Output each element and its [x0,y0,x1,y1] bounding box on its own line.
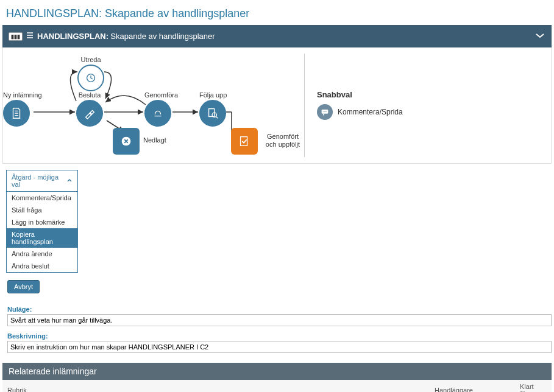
action-item-andra-arende[interactable]: Ändra ärende [7,248,77,260]
action-header-label: Åtgärd - möjliga val [12,173,66,188]
col-handlaggare[interactable]: Handläggare [430,380,515,392]
workflow-area: Ny inlämning Utreda Besluta Genomföra Fö [2,47,552,164]
collapse-icon[interactable] [534,30,545,43]
action-item-andra-beslut[interactable]: Ändra beslut [7,260,77,272]
workflow-node-genomfort[interactable]: Genomfört och uppföljt [231,128,258,155]
magnify-document-icon [199,100,226,127]
quick-select-title: Snabbval [317,90,551,99]
workflow-node-besluta[interactable]: Besluta [76,91,103,127]
page-title-prefix: HANDLINGSPLAN: [6,7,102,19]
nulage-input[interactable] [7,314,552,326]
panel-type-badge: ▮▮▮ [9,32,23,41]
col-klart[interactable]: Klart före [515,380,552,392]
quick-item-kommentera[interactable]: Kommentera/Sprida [317,104,551,120]
workflow-label: Genomföra [144,91,178,99]
related-header: Relaterade inlämningar [2,363,552,380]
workflow-node-nedlagt[interactable]: Nedlagt [113,128,140,155]
panel-title-rest: Skapande av handlingsplaner [110,32,215,41]
workflow-label: Ny inlämning [3,91,42,99]
document-icon [3,100,30,127]
workflow-label: Nedlagt [143,136,166,144]
workflow-node-genomfora[interactable]: Genomföra [144,91,178,127]
svg-rect-11 [241,137,247,146]
hamburger-icon[interactable] [26,32,34,41]
svg-point-14 [324,111,325,112]
svg-point-13 [323,111,324,112]
workflow-label: Utreda [77,56,104,63]
svg-point-15 [325,111,326,112]
action-dropdown: Åtgärd - möjliga val Kommentera/Sprida S… [6,170,78,273]
workflow-node-folja-upp[interactable]: Följa upp [199,91,227,127]
check-document-icon [231,128,258,155]
investigate-icon [77,65,104,91]
chevron-up-icon [66,177,73,184]
action-item-kopiera[interactable]: Kopiera handlingsplan [7,228,77,248]
beskrivning-label: Beskrivning: [2,330,552,340]
cancel-icon [113,128,140,155]
action-item-bokmarke[interactable]: Lägg in bokmärke [7,216,77,228]
page-title: HANDLINGSPLAN: Skapande av handlingsplan… [0,0,554,25]
workflow-label: Genomfört och uppföljt [261,133,304,149]
panel-title-prefix: HANDLINGSPLAN: [37,32,108,41]
comment-icon [317,104,333,120]
workflow-node-utreda[interactable]: Utreda [77,56,104,91]
gavel-icon [76,100,103,127]
related-table: Rubrik Handläggare Klart före ▮▮▮ ✔ Se ö… [2,380,552,392]
quick-item-label: Kommentera/Sprida [338,108,403,116]
workflow-diagram: Ny inlämning Utreda Besluta Genomföra Fö [3,54,305,157]
workflow-node-ny-inlamning[interactable]: Ny inlämning [3,91,42,127]
col-rubrik[interactable]: Rubrik [2,380,430,392]
panel-header: ▮▮▮ HANDLINGSPLAN: Skapande av handlings… [2,25,552,47]
page-title-rest: Skapande av handlingsplaner [102,7,249,19]
action-item-stall-fraga[interactable]: Ställ fråga [7,204,77,216]
cancel-button[interactable]: Avbryt [7,280,40,293]
hands-icon [144,100,171,127]
action-dropdown-header[interactable]: Åtgärd - möjliga val [7,170,77,192]
beskrivning-input[interactable] [7,341,552,353]
workflow-label: Besluta [76,91,103,99]
action-item-kommentera[interactable]: Kommentera/Sprida [7,192,77,204]
nulage-label: Nuläge: [2,303,552,313]
workflow-label: Följa upp [199,91,227,99]
